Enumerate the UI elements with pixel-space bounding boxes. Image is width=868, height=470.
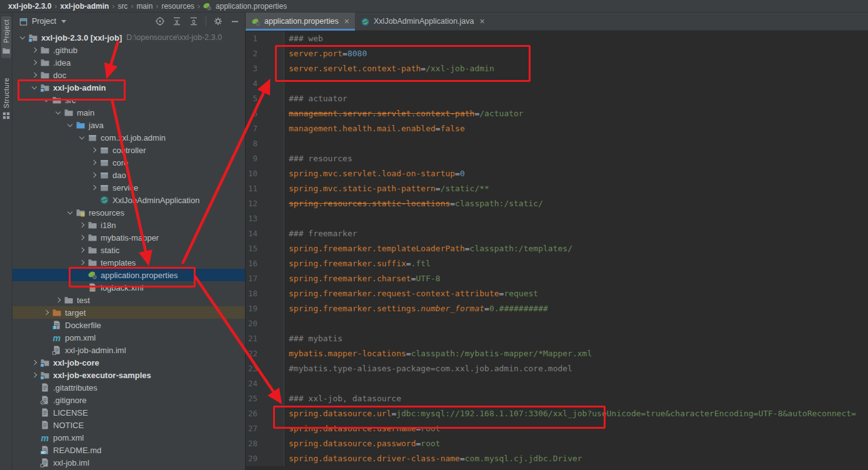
tree-item-templates[interactable]: templates <box>12 256 245 269</box>
collapse-all-icon[interactable] <box>189 16 199 26</box>
tree-item-xxl-job-executor-samples[interactable]: xxl-job-executor-samples <box>12 369 245 381</box>
tree-item-xxljobadminapplication[interactable]: XxlJobAdminApplication <box>12 194 245 206</box>
code-line-22[interactable]: 22mybatis.mapper-locations=classpath:/my… <box>246 346 868 361</box>
tree-item-mybatis-mapper[interactable]: mybatis-mapper <box>12 231 245 244</box>
tab-application-properties[interactable]: application.properties× <box>246 12 355 30</box>
code-line-8[interactable]: 8 <box>246 136 868 151</box>
code-line-9[interactable]: 9### resources <box>246 151 868 166</box>
tree-item-pom-xml[interactable]: mpom.xml <box>12 331 245 344</box>
tab-xxljobadminapplication-java[interactable]: XxlJobAdminApplication.java× <box>355 12 491 30</box>
tree-item-xxl-job-iml[interactable]: xxl-job.iml <box>12 456 245 469</box>
chevron-right-icon[interactable] <box>29 356 39 369</box>
chevron-right-icon[interactable] <box>29 44 39 56</box>
code-line-2[interactable]: 2server.port=8080 <box>246 46 868 61</box>
code-line-20[interactable]: 20 <box>246 316 868 331</box>
code-line-6[interactable]: 6management.server.servlet.context-path=… <box>246 106 868 121</box>
tree-item-target[interactable]: target <box>12 306 245 319</box>
chevron-down-icon[interactable] <box>61 20 66 23</box>
code-line-17[interactable]: 17spring.freemarker.charset=UTF-8 <box>246 271 868 286</box>
chevron-down-icon[interactable] <box>65 206 75 219</box>
chevron-right-icon[interactable] <box>89 181 99 194</box>
tool-stripe-project[interactable]: Project <box>1 16 11 58</box>
chevron-down-icon[interactable] <box>77 131 87 144</box>
tree-item-dockerfile[interactable]: DDockerfile <box>12 319 245 331</box>
settings-gear-icon[interactable] <box>213 16 223 26</box>
tree-item-readme-md[interactable]: MDREADME.md <box>12 444 245 456</box>
chevron-right-icon[interactable] <box>77 244 87 256</box>
code-line-5[interactable]: 5### actuator <box>246 91 868 106</box>
chevron-right-icon[interactable] <box>77 219 87 231</box>
chevron-down-icon[interactable] <box>17 31 27 44</box>
tree-item-com-xxl-job-admin[interactable]: com.xxl.job.admin <box>12 131 245 144</box>
chevron-right-icon[interactable] <box>77 231 87 244</box>
tree-item-i18n[interactable]: i18n <box>12 219 245 231</box>
code-line-23[interactable]: 23#mybatis.type-aliases-package=com.xxl.… <box>246 361 868 376</box>
code-line-15[interactable]: 15spring.freemarker.templateLoaderPath=c… <box>246 241 868 256</box>
chevron-right-icon[interactable] <box>89 144 99 156</box>
chevron-down-icon[interactable] <box>65 119 75 131</box>
tree-item-test[interactable]: test <box>12 294 245 306</box>
chevron-down-icon[interactable] <box>29 81 39 94</box>
close-icon[interactable]: × <box>344 17 349 26</box>
chevron-down-icon[interactable] <box>41 94 51 106</box>
breadcrumb-item-xxl-job-2-3-0[interactable]: xxl-job-2.3.0 <box>6 2 53 11</box>
breadcrumb-item-resources[interactable]: resources <box>159 2 196 11</box>
tree-item-pom-xml[interactable]: mpom.xml <box>12 431 245 444</box>
code-line-18[interactable]: 18spring.freemarker.request-context-attr… <box>246 286 868 301</box>
code-line-7[interactable]: 7management.health.mail.enabled=false <box>246 121 868 136</box>
tree-item-xxl-job-admin[interactable]: xxl-job-admin <box>12 81 245 94</box>
chevron-right-icon[interactable] <box>89 156 99 169</box>
tree-item-src[interactable]: src <box>12 94 245 106</box>
code-line-25[interactable]: 25### xxl-job, datasource <box>246 391 868 406</box>
code-line-10[interactable]: 10spring.mvc.servlet.load-on-startup=0 <box>246 166 868 181</box>
code-line-21[interactable]: 21### mybatis <box>246 331 868 346</box>
code-line-11[interactable]: 11spring.mvc.static-path-pattern=/static… <box>246 181 868 196</box>
tree-item-gitattributes[interactable]: .gitattributes <box>12 381 245 394</box>
code-line-26[interactable]: 26spring.datasource.url=jdbc:mysql://192… <box>246 406 868 421</box>
code-line-14[interactable]: 14### freemarker <box>246 226 868 241</box>
code-line-3[interactable]: 3server.servlet.context-path=/xxl-job-ad… <box>246 61 868 76</box>
tree-item-dao[interactable]: dao <box>12 169 245 181</box>
hide-panel-icon[interactable] <box>230 16 240 26</box>
code-area[interactable]: 1### web2server.port=80803server.servlet… <box>246 31 868 470</box>
breadcrumb-item-main[interactable]: main <box>134 2 154 11</box>
tool-stripe-structure[interactable]: Structure <box>1 74 11 123</box>
chevron-right-icon[interactable] <box>89 169 99 181</box>
code-line-27[interactable]: 27spring.datasource.username=root <box>246 421 868 436</box>
tree-item-doc[interactable]: doc <box>12 69 245 81</box>
locate-icon[interactable] <box>155 16 165 26</box>
code-line-19[interactable]: 19spring.freemarker.settings.number_form… <box>246 301 868 316</box>
code-line-28[interactable]: 28spring.datasource.password=root <box>246 436 868 451</box>
tree-item-license[interactable]: LICENSE <box>12 406 245 419</box>
code-line-16[interactable]: 16spring.freemarker.suffix=.ftl <box>246 256 868 271</box>
tree-item-gitignore[interactable]: .gitignore <box>12 394 245 406</box>
code-line-29[interactable]: 29spring.datasource.driver-class-name=co… <box>246 451 868 466</box>
tree-item-java[interactable]: java <box>12 119 245 131</box>
chevron-down-icon[interactable] <box>53 106 63 119</box>
tree-item-logback-xml[interactable]: <>logback.xml <box>12 281 245 294</box>
tree-item-idea[interactable]: .idea <box>12 56 245 69</box>
tree-item-xxl-job-2-3-0-xxl-job[interactable]: xxl-job-2.3.0 [xxl-job]D:\opensource\xxl… <box>12 31 245 44</box>
code-line-1[interactable]: 1### web <box>246 31 868 46</box>
tree-item-xxl-job-core[interactable]: xxl-job-core <box>12 356 245 369</box>
tree-item-application-properties[interactable]: application.properties <box>12 269 245 281</box>
tree-item-controller[interactable]: controller <box>12 144 245 156</box>
chevron-right-icon[interactable] <box>53 294 63 306</box>
tree-item-core[interactable]: core <box>12 156 245 169</box>
code-line-4[interactable]: 4 <box>246 76 868 91</box>
tree-item-xxl-job-admin-iml[interactable]: xxl-job-admin.iml <box>12 344 245 356</box>
tree-item-static[interactable]: static <box>12 244 245 256</box>
breadcrumb-item-src[interactable]: src <box>116 2 129 11</box>
tree-item-github[interactable]: .github <box>12 44 245 56</box>
chevron-right-icon[interactable] <box>77 256 87 269</box>
code-line-12[interactable]: 12spring.resources.static-locations=clas… <box>246 196 868 211</box>
code-line-13[interactable]: 13 <box>246 211 868 226</box>
chevron-right-icon[interactable] <box>29 369 39 381</box>
tree-item-service[interactable]: service <box>12 181 245 194</box>
code-line-24[interactable]: 24 <box>246 376 868 391</box>
close-icon[interactable]: × <box>480 17 485 26</box>
chevron-right-icon[interactable] <box>41 306 51 319</box>
breadcrumb-item-xxl-job-admin[interactable]: xxl-job-admin <box>58 2 111 11</box>
chevron-right-icon[interactable] <box>29 56 39 69</box>
tree-item-resources[interactable]: resources <box>12 206 245 219</box>
